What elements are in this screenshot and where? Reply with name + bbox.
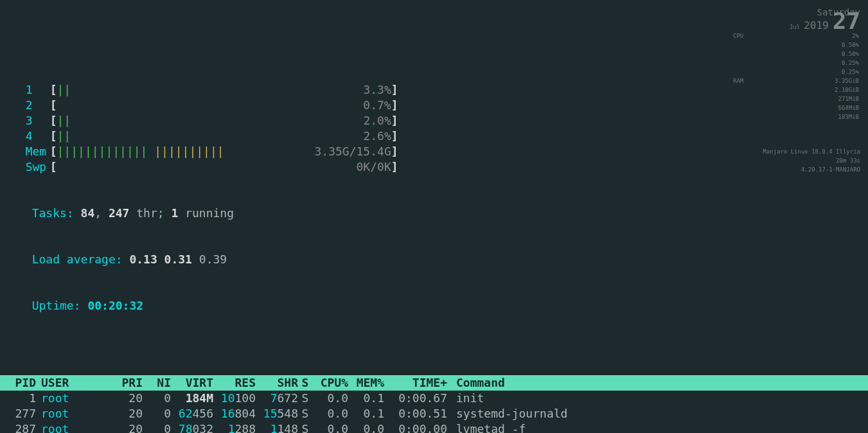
mem-label: Mem (26, 144, 50, 159)
user: root (39, 391, 109, 406)
pid: 287 (0, 421, 39, 433)
table-row[interactable]: 1root200184M101007672S0.00.10:00.67init (0, 391, 868, 406)
loadavg-15: 0.39 (199, 252, 227, 266)
swp-label: Swp (26, 159, 50, 175)
mem-value: 3.35G/15.4G (315, 145, 391, 158)
loadavg-5: 0.31 (164, 252, 192, 266)
swp-value: 0K/0K (357, 160, 391, 173)
cpu4-pct: 2.6% (363, 129, 391, 143)
loadavg-label: Load average: (32, 252, 130, 266)
process-table[interactable]: PIDUSERPRINIVIRTRESSHRSCPU%MEM%TIME+Comm… (0, 375, 868, 433)
cpu-core-row: 0.25% (732, 58, 860, 67)
ram-detail-row: 271MiB (732, 94, 860, 103)
ram-detail-row: 664MiB (732, 103, 860, 112)
cpu-core-row: 0.50% (732, 40, 860, 49)
kernel: 4.20.17-1-MANJARO (732, 165, 860, 174)
tasks-count: 84 (81, 206, 95, 220)
cpu2-label: 2 (26, 98, 50, 113)
cpu1-label: 1 (26, 82, 50, 98)
day-number: 27 (833, 17, 860, 26)
cpu2-pct: 0.7% (363, 98, 391, 112)
pid: 277 (0, 406, 39, 421)
command: lvmetad -f (452, 421, 838, 433)
user: root (39, 421, 109, 433)
year: 2019 (804, 21, 829, 30)
cpu1-pct: 3.3% (363, 83, 391, 96)
pid: 1 (0, 391, 39, 406)
threads-count: 247 (109, 206, 130, 220)
cpu-meters: 1[|| 3.3%]2[ 0.7%]3[|| 2.0%]4[|| 2 (26, 82, 437, 175)
mem-bar-cache: |||||||||| (154, 145, 224, 158)
command: init (452, 391, 838, 406)
running-count: 1 (171, 206, 178, 220)
ram-detail-row: 2.10GiB (732, 85, 860, 94)
table-row[interactable]: 287root2007803212881148S0.00.00:00.00lvm… (0, 421, 868, 433)
distro: Manjaro Linux 18.0.4 Illyria (732, 147, 860, 156)
mem-bar-used: ||||||||||||| (57, 145, 155, 158)
system-stats: Tasks: 84, 247 thr; 1 running Load avera… (32, 175, 234, 344)
cpu1-bar: || (57, 83, 71, 96)
ram-detail-row: 183MiB (732, 112, 860, 121)
cpu4-label: 4 (26, 128, 50, 144)
cpu-label: CPU (733, 31, 743, 40)
cpu-core-row: 0.50% (732, 49, 860, 58)
widget-uptime: 20m 33s (732, 156, 860, 165)
table-row[interactable]: 277root200624561680415548S0.00.10:00.51s… (0, 406, 868, 421)
command: systemd-journald (452, 406, 838, 421)
ram-label: RAM (733, 76, 743, 85)
tasks-label: Tasks: (32, 206, 81, 220)
month: Jul (790, 22, 800, 31)
cpu4-bar: || (57, 129, 71, 143)
uptime-label: Uptime: (32, 299, 88, 312)
cpu3-label: 3 (26, 113, 50, 128)
uptime-value: 00:20:32 (87, 299, 143, 312)
cpu3-pct: 2.0% (363, 114, 391, 127)
ram-val: 3.35GiB (835, 76, 859, 85)
cpu-core-row: 0.25% (732, 67, 860, 76)
loadavg-1: 0.13 (129, 252, 157, 266)
desktop-widget: Saturday Jul201927 CPU2% 0.50%0.50%0.25%… (732, 8, 860, 174)
user: root (39, 406, 109, 421)
cpu3-bar: || (57, 114, 71, 127)
table-header[interactable]: PIDUSERPRINIVIRTRESSHRSCPU%MEM%TIME+Comm… (0, 375, 868, 391)
cpu-pct: 2% (852, 31, 859, 40)
